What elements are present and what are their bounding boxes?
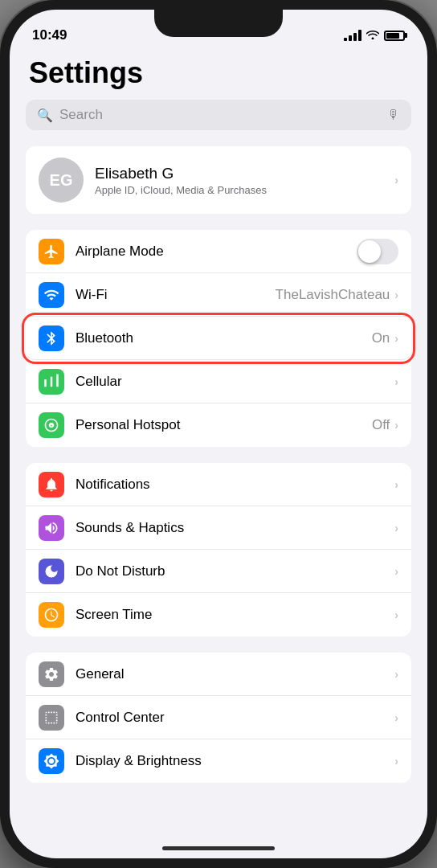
profile-row[interactable]: EG Elisabeth G Apple ID, iCloud, Media &… xyxy=(26,146,411,214)
system-group: Notifications › Sounds & Haptics › xyxy=(26,463,411,637)
wifi-chevron: › xyxy=(394,289,398,301)
wifi-row[interactable]: Wi-Fi TheLavishChateau › xyxy=(26,273,411,317)
screentime-label: Screen Time xyxy=(76,607,394,623)
bluetooth-value: On xyxy=(372,330,390,346)
status-time: 10:49 xyxy=(32,27,67,43)
wifi-label: Wi-Fi xyxy=(76,287,276,303)
airplane-mode-label: Airplane Mode xyxy=(76,244,350,260)
bluetooth-chevron: › xyxy=(394,332,398,345)
bluetooth-icon xyxy=(39,326,64,351)
settings-content: Settings 🔍 Search 🎙 EG Elisabeth G Apple… xyxy=(10,50,427,799)
airplane-mode-icon xyxy=(39,239,64,264)
controlcenter-row[interactable]: Control Center › xyxy=(26,696,411,739)
signal-icon xyxy=(344,30,361,41)
wifi-value: TheLavishChateau xyxy=(276,287,390,303)
device-group: General › Control Center › Display xyxy=(26,653,411,783)
status-icons xyxy=(344,29,405,42)
screentime-row[interactable]: Screen Time › xyxy=(26,593,411,637)
bluetooth-label: Bluetooth xyxy=(76,330,372,346)
notifications-label: Notifications xyxy=(76,477,394,493)
donotdisturb-chevron: › xyxy=(394,565,398,578)
notch xyxy=(154,10,283,37)
profile-name: Elisabeth G xyxy=(95,165,394,182)
general-row[interactable]: General › xyxy=(26,653,411,696)
general-label: General xyxy=(76,666,394,682)
sounds-label: Sounds & Haptics xyxy=(76,520,394,536)
home-indicator xyxy=(162,846,275,850)
profile-subtitle: Apple ID, iCloud, Media & Purchases xyxy=(95,184,394,196)
sounds-row[interactable]: Sounds & Haptics › xyxy=(26,506,411,550)
donotdisturb-row[interactable]: Do Not Disturb › xyxy=(26,550,411,593)
controlcenter-icon xyxy=(39,705,64,731)
avatar: EG xyxy=(39,158,84,203)
search-input[interactable]: Search xyxy=(59,107,381,123)
wifi-row-icon xyxy=(39,282,64,308)
cellular-icon xyxy=(39,369,64,395)
display-chevron: › xyxy=(394,755,398,768)
notifications-icon xyxy=(39,472,64,497)
phone-frame: 10:49 xyxy=(0,0,437,868)
phone-screen: 10:49 xyxy=(10,10,427,858)
donotdisturb-label: Do Not Disturb xyxy=(76,563,394,579)
profile-chevron: › xyxy=(394,174,398,186)
sounds-chevron: › xyxy=(394,522,398,534)
hotspot-chevron: › xyxy=(394,419,398,432)
donotdisturb-icon xyxy=(39,559,64,584)
cellular-label: Cellular xyxy=(76,374,394,390)
page-title: Settings xyxy=(26,50,411,100)
hotspot-label: Personal Hotspot xyxy=(76,417,372,433)
search-icon: 🔍 xyxy=(37,108,53,123)
airplane-mode-row[interactable]: Airplane Mode xyxy=(26,230,411,273)
display-label: Display & Brightness xyxy=(76,753,394,769)
connectivity-group: Airplane Mode Wi-Fi TheLavishChateau › xyxy=(26,230,411,447)
hotspot-value: Off xyxy=(372,417,390,433)
screentime-icon xyxy=(39,602,64,628)
hotspot-row[interactable]: Personal Hotspot Off › xyxy=(26,403,411,447)
battery-icon xyxy=(384,31,405,41)
cellular-chevron: › xyxy=(394,375,398,388)
search-bar[interactable]: 🔍 Search 🎙 xyxy=(26,100,411,130)
airplane-mode-toggle[interactable] xyxy=(357,239,398,264)
notifications-row[interactable]: Notifications › xyxy=(26,463,411,506)
display-row[interactable]: Display & Brightness › xyxy=(26,739,411,783)
mic-icon[interactable]: 🎙 xyxy=(387,108,400,122)
display-icon xyxy=(39,748,64,774)
wifi-status-icon xyxy=(366,29,379,42)
bluetooth-row[interactable]: Bluetooth On › xyxy=(26,317,411,360)
profile-info: Elisabeth G Apple ID, iCloud, Media & Pu… xyxy=(95,165,394,196)
screentime-chevron: › xyxy=(394,608,398,621)
notifications-chevron: › xyxy=(394,478,398,491)
hotspot-icon xyxy=(39,412,64,438)
controlcenter-chevron: › xyxy=(394,711,398,724)
sounds-icon xyxy=(39,515,64,541)
cellular-row[interactable]: Cellular › xyxy=(26,360,411,403)
general-icon xyxy=(39,661,64,687)
general-chevron: › xyxy=(394,668,398,681)
controlcenter-label: Control Center xyxy=(76,710,394,726)
